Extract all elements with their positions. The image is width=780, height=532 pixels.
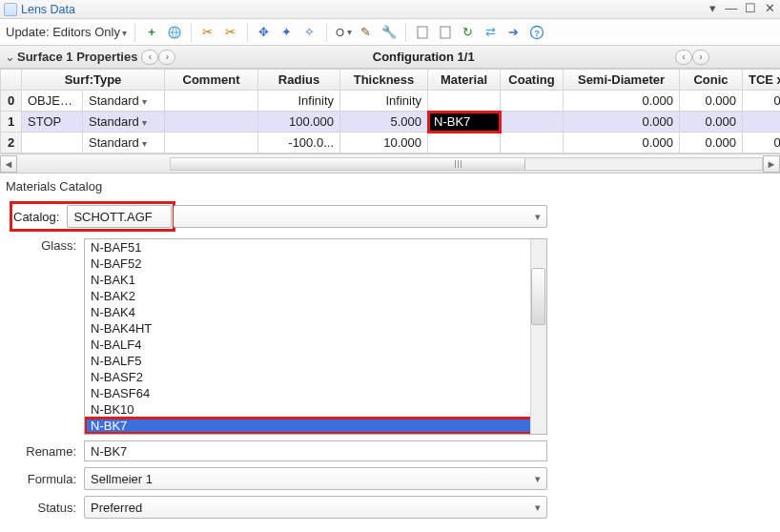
horizontal-scrollbar[interactable]: ◄ ►	[0, 153, 780, 173]
row2-idx[interactable]: 2	[1, 133, 22, 153]
globe-icon[interactable]	[166, 24, 183, 41]
row1-comment[interactable]	[165, 112, 258, 133]
list-item[interactable]: N-BAK4	[85, 304, 546, 320]
row0-radius[interactable]: Infinity	[258, 91, 340, 112]
row0-thickness[interactable]: Infinity	[340, 91, 428, 112]
scroll-right-button[interactable]: ►	[763, 155, 780, 173]
row0-tce[interactable]: 0.000	[743, 91, 781, 112]
wrench-icon[interactable]: 🔧	[380, 24, 398, 41]
list-item[interactable]: N-BASF64	[85, 385, 546, 401]
anchor-icon[interactable]: ✥	[256, 24, 273, 41]
refresh-icon[interactable]: ↻	[460, 24, 477, 41]
scroll-left-button[interactable]: ◄	[0, 155, 17, 173]
list-item[interactable]: N-BAK2	[85, 288, 546, 304]
dropdown-icon[interactable]: ▾	[706, 3, 719, 16]
row1-coating[interactable]	[501, 112, 564, 133]
rename-field[interactable]: N-BK7	[84, 440, 547, 461]
hdr-semidiameter[interactable]: Semi-Diameter	[564, 70, 680, 91]
row2-comment[interactable]	[165, 133, 258, 153]
scissors-icon[interactable]: ✂	[199, 24, 216, 41]
catalog-dropdown[interactable]: ▾	[174, 205, 547, 228]
hdr-comment[interactable]: Comment	[165, 70, 258, 91]
scroll-track[interactable]	[170, 157, 763, 171]
row2-label[interactable]	[22, 133, 83, 153]
row0-label[interactable]: OBJECT	[22, 91, 83, 112]
scroll-thumb[interactable]	[171, 158, 525, 170]
row0-coating[interactable]	[501, 91, 564, 112]
row2-coating[interactable]	[501, 133, 564, 153]
status-dropdown[interactable]: Preferred ▾	[84, 496, 547, 519]
axis-icon[interactable]: ✦	[278, 24, 296, 41]
row0-material[interactable]	[428, 91, 501, 112]
row0-semidiam[interactable]: 0.000	[564, 91, 680, 112]
prev-config-button[interactable]: ‹	[675, 50, 692, 65]
list-item-selected[interactable]: N-BK7	[85, 418, 546, 434]
row2-semidiam[interactable]: 0.000	[564, 133, 680, 153]
row1-material[interactable]: N-BK7	[428, 112, 501, 133]
row0-idx[interactable]: 0	[1, 91, 22, 112]
table-row[interactable]: 1 STOP Standard 100.000 5.000 N-BK7 0.00…	[1, 112, 781, 133]
list-item[interactable]: N-BALF4	[85, 337, 546, 353]
row1-idx[interactable]: 1	[1, 112, 22, 133]
list-item[interactable]: N-BK10	[85, 401, 546, 418]
row1-radius[interactable]: 100.000	[258, 112, 340, 133]
hdr-radius[interactable]: Radius	[258, 70, 340, 91]
target-icon[interactable]: ✧	[301, 24, 318, 41]
minimize-button[interactable]: —	[725, 3, 738, 16]
list-item[interactable]: N-BASF2	[85, 369, 546, 385]
list-item[interactable]: N-BAK1	[85, 272, 546, 288]
list-item[interactable]: N-BAF52	[85, 256, 546, 272]
hdr-surftype[interactable]: Surf:Type	[22, 70, 165, 91]
hdr-coating[interactable]: Coating	[501, 70, 564, 91]
row0-conic[interactable]: 0.000	[680, 91, 743, 112]
hdr-thickness[interactable]: Thickness	[340, 70, 428, 91]
title-bar: Lens Data ▾ — ☐ ✕	[0, 0, 780, 19]
go-icon[interactable]: ➔	[505, 24, 523, 41]
hdr-idx[interactable]	[1, 70, 22, 91]
scissors2-icon[interactable]: ✂	[222, 24, 239, 41]
hdr-material[interactable]: Material	[428, 70, 501, 91]
maximize-button[interactable]: ☐	[744, 3, 757, 16]
expand-button[interactable]: ⌄	[4, 50, 15, 64]
list-item[interactable]: N-BALF5	[85, 353, 546, 369]
row0-type[interactable]: Standard	[83, 91, 165, 112]
list-item[interactable]: N-BAK4HT	[85, 320, 546, 337]
close-button[interactable]: ✕	[763, 3, 776, 16]
next-config-button[interactable]: ›	[692, 50, 709, 65]
row2-type[interactable]: Standard	[83, 133, 165, 153]
row1-conic[interactable]: 0.000	[680, 112, 743, 133]
vertical-scrollbar[interactable]	[530, 239, 546, 434]
hdr-tce[interactable]: TCE x 1E-	[743, 70, 781, 91]
doc1-icon[interactable]	[414, 24, 431, 41]
row1-label[interactable]: STOP	[22, 112, 83, 133]
circle-select-icon[interactable]: ▾	[335, 24, 352, 41]
row1-thickness[interactable]: 5.000	[340, 112, 428, 133]
doc2-icon[interactable]	[437, 24, 454, 41]
update-mode[interactable]: Update: Editors Only▾	[6, 25, 127, 39]
list-item[interactable]: N-BAF51	[85, 239, 546, 256]
next-surface-button[interactable]: ›	[158, 50, 175, 65]
row1-semidiam[interactable]: 0.000	[564, 112, 680, 133]
row2-thickness[interactable]: 10.000	[340, 133, 428, 153]
swap-icon[interactable]: ⇄	[482, 24, 500, 41]
add-icon[interactable]: +	[143, 24, 160, 41]
row1-tce[interactable]: -	[743, 112, 781, 133]
formula-value: Sellmeier 1	[91, 472, 153, 486]
catalog-dropdown-selected[interactable]: SCHOTT.AGF	[67, 205, 172, 228]
hdr-conic[interactable]: Conic	[680, 70, 743, 91]
brush-icon[interactable]: ✎	[358, 24, 375, 41]
glass-listbox[interactable]: N-BAF51 N-BAF52 N-BAK1 N-BAK2 N-BAK4 N-B…	[84, 238, 547, 435]
formula-dropdown[interactable]: Sellmeier 1 ▾	[84, 467, 547, 490]
row2-tce[interactable]: 0.000	[743, 133, 781, 153]
table-row[interactable]: 0 OBJECT Standard Infinity Infinity 0.00…	[1, 91, 781, 112]
help-icon[interactable]: ?	[528, 24, 545, 41]
prev-surface-button[interactable]: ‹	[141, 50, 158, 65]
row1-type[interactable]: Standard	[83, 112, 165, 133]
row2-radius[interactable]: -100.0...	[258, 133, 340, 153]
scroll-thumb[interactable]	[531, 268, 545, 325]
row2-material[interactable]	[428, 133, 501, 153]
properties-bar: ⌄ Surface 1 Properties ‹ › Configuration…	[0, 46, 780, 69]
row2-conic[interactable]: 0.000	[680, 133, 743, 153]
row0-comment[interactable]	[165, 91, 258, 112]
table-row[interactable]: 2 Standard -100.0... 10.000 0.000 0.000 …	[1, 133, 781, 153]
